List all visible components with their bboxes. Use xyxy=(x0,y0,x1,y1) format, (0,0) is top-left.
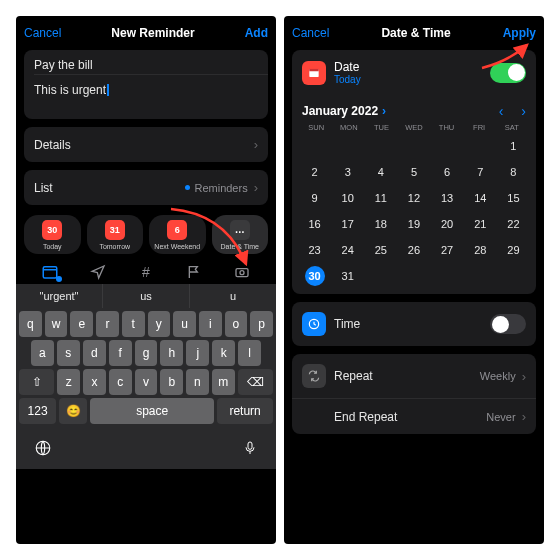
day-15[interactable]: 15 xyxy=(497,188,530,208)
time-toggle[interactable] xyxy=(490,314,526,334)
day-12[interactable]: 12 xyxy=(397,188,430,208)
day-10[interactable]: 10 xyxy=(331,188,364,208)
suggestion[interactable]: us xyxy=(102,284,189,308)
key-l[interactable]: l xyxy=(238,340,261,366)
day-16[interactable]: 16 xyxy=(298,214,331,234)
key-e[interactable]: e xyxy=(70,311,93,337)
day-26[interactable]: 26 xyxy=(397,240,430,260)
notes-text: This is urgent xyxy=(34,83,106,97)
key-v[interactable]: v xyxy=(135,369,158,395)
day-24[interactable]: 24 xyxy=(331,240,364,260)
day-29[interactable]: 29 xyxy=(497,240,530,260)
day-7[interactable]: 7 xyxy=(464,162,497,182)
day-31[interactable]: 31 xyxy=(331,266,364,286)
key-j[interactable]: j xyxy=(186,340,209,366)
day-25[interactable]: 25 xyxy=(364,240,397,260)
key-x[interactable]: x xyxy=(83,369,106,395)
calendar-icon: 30 xyxy=(42,220,62,240)
day-22[interactable]: 22 xyxy=(497,214,530,234)
key-p[interactable]: p xyxy=(250,311,273,337)
list-row[interactable]: List Reminders › xyxy=(24,170,268,205)
details-row[interactable]: Details › xyxy=(24,127,268,162)
day-13[interactable]: 13 xyxy=(431,188,464,208)
tag-icon[interactable]: # xyxy=(133,262,159,282)
day-21[interactable]: 21 xyxy=(464,214,497,234)
suggestion[interactable]: u xyxy=(189,284,276,308)
month-picker[interactable]: January 2022› xyxy=(302,104,386,118)
day-19[interactable]: 19 xyxy=(397,214,430,234)
title-input[interactable]: Pay the bill xyxy=(24,50,268,74)
day-18[interactable]: 18 xyxy=(364,214,397,234)
key-c[interactable]: c xyxy=(109,369,132,395)
day-14[interactable]: 14 xyxy=(464,188,497,208)
suggestion[interactable]: "urgent" xyxy=(16,284,102,308)
key-t[interactable]: t xyxy=(122,311,145,337)
day-28[interactable]: 28 xyxy=(464,240,497,260)
calendar-icon: 31 xyxy=(105,220,125,240)
camera-icon[interactable] xyxy=(229,262,255,282)
day-3[interactable]: 3 xyxy=(331,162,364,182)
day-23[interactable]: 23 xyxy=(298,240,331,260)
day-20[interactable]: 20 xyxy=(431,214,464,234)
day-1[interactable]: 1 xyxy=(497,136,530,156)
key-g[interactable]: g xyxy=(135,340,158,366)
shift-key[interactable]: ⇧ xyxy=(19,369,54,395)
numbers-key[interactable]: 123 xyxy=(19,398,56,424)
day-4[interactable]: 4 xyxy=(364,162,397,182)
chip-next-weekend[interactable]: 6 Next Weekend xyxy=(149,215,206,254)
globe-icon[interactable] xyxy=(34,439,52,461)
key-f[interactable]: f xyxy=(109,340,132,366)
day-9[interactable]: 9 xyxy=(298,188,331,208)
location-icon[interactable] xyxy=(85,262,111,282)
key-o[interactable]: o xyxy=(225,311,248,337)
day-11[interactable]: 11 xyxy=(364,188,397,208)
cancel-button[interactable]: Cancel xyxy=(24,26,61,40)
return-key[interactable]: return xyxy=(217,398,273,424)
next-month-button[interactable]: › xyxy=(521,103,526,119)
key-d[interactable]: d xyxy=(83,340,106,366)
dow-label: TUE xyxy=(365,123,398,132)
key-h[interactable]: h xyxy=(160,340,183,366)
day-5[interactable]: 5 xyxy=(397,162,430,182)
key-z[interactable]: z xyxy=(57,369,80,395)
emoji-key[interactable]: 😊 xyxy=(59,398,87,424)
notes-input[interactable]: This is urgent xyxy=(24,75,268,119)
day-8[interactable]: 8 xyxy=(497,162,530,182)
prev-month-button[interactable]: ‹ xyxy=(499,103,504,119)
day-17[interactable]: 17 xyxy=(331,214,364,234)
key-m[interactable]: m xyxy=(212,369,235,395)
chip-tomorrow[interactable]: 31 Tomorrow xyxy=(87,215,144,254)
key-q[interactable]: q xyxy=(19,311,42,337)
key-i[interactable]: i xyxy=(199,311,222,337)
end-repeat-row[interactable]: End Repeat Never › xyxy=(292,398,536,434)
chip-date-time[interactable]: Date & Time xyxy=(212,215,269,254)
cancel-button[interactable]: Cancel xyxy=(292,26,329,40)
date-toggle[interactable] xyxy=(490,63,526,83)
day-2[interactable]: 2 xyxy=(298,162,331,182)
apply-button[interactable]: Apply xyxy=(503,26,536,40)
add-button[interactable]: Add xyxy=(245,26,268,40)
key-w[interactable]: w xyxy=(45,311,68,337)
screen-new-reminder: Cancel New Reminder Add Pay the bill Thi… xyxy=(16,16,276,544)
key-k[interactable]: k xyxy=(212,340,235,366)
key-n[interactable]: n xyxy=(186,369,209,395)
key-u[interactable]: u xyxy=(173,311,196,337)
day-30[interactable]: 30 xyxy=(305,266,325,286)
day-27[interactable]: 27 xyxy=(431,240,464,260)
key-r[interactable]: r xyxy=(96,311,119,337)
space-key[interactable]: space xyxy=(90,398,214,424)
repeat-row[interactable]: Repeat Weekly › xyxy=(292,354,536,398)
day-6[interactable]: 6 xyxy=(431,162,464,182)
chip-today[interactable]: 30 Today xyxy=(24,215,81,254)
delete-key[interactable]: ⌫ xyxy=(238,369,273,395)
key-a[interactable]: a xyxy=(31,340,54,366)
key-b[interactable]: b xyxy=(160,369,183,395)
dow-label: MON xyxy=(333,123,366,132)
key-s[interactable]: s xyxy=(57,340,80,366)
svg-point-3 xyxy=(240,271,244,275)
flag-icon[interactable] xyxy=(181,262,207,282)
key-y[interactable]: y xyxy=(148,311,171,337)
calendar-toolbar-icon[interactable] xyxy=(37,262,63,282)
day-empty xyxy=(397,136,430,156)
mic-icon[interactable] xyxy=(242,439,258,461)
